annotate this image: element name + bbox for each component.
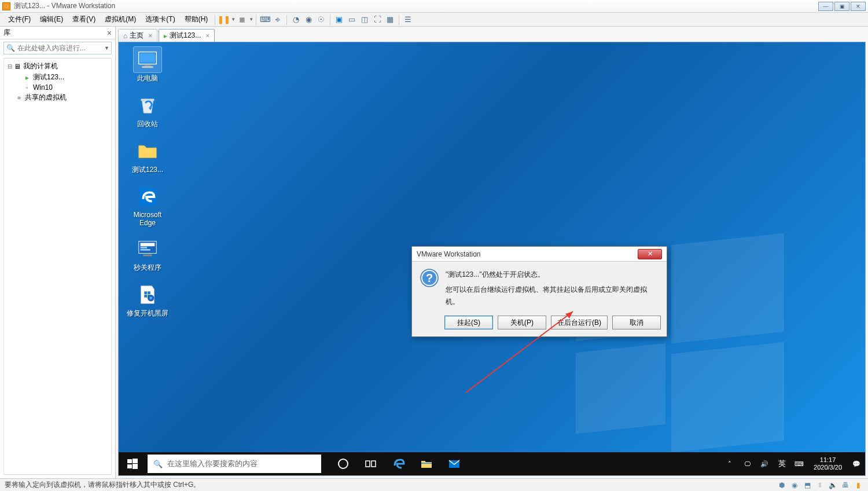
menu-file[interactable]: 文件(F) bbox=[3, 13, 35, 26]
taskbar-search[interactable]: 🔍 在这里输入你要搜索的内容 bbox=[148, 455, 321, 473]
notifications-icon[interactable]: 💬 bbox=[850, 452, 863, 475]
status-network-icon[interactable]: ⬒ bbox=[802, 481, 812, 489]
svg-rect-13 bbox=[148, 291, 150, 294]
desktop-recycle-bin[interactable]: 回收站 bbox=[126, 93, 170, 129]
svg-rect-23 bbox=[127, 459, 132, 463]
menu-help[interactable]: 帮助(H) bbox=[180, 13, 213, 26]
desktop-shutdown-tool[interactable]: 秒关程序 bbox=[126, 236, 170, 273]
desktop-fix-boot[interactable]: 修复开机黑屏 bbox=[126, 282, 170, 318]
status-message-icon[interactable]: ▮ bbox=[853, 481, 863, 489]
statusbar: 要将输入定向到该虚拟机，请将鼠标指针移入其中或按 Ctrl+G。 ⬢ ◉ ⬒ ⬍… bbox=[0, 478, 868, 491]
minimize-button[interactable]: — bbox=[818, 2, 833, 11]
snapshot-manager-icon[interactable]: ☉ bbox=[315, 14, 328, 25]
send-ctrl-alt-del-icon[interactable]: ⌨ bbox=[259, 14, 271, 25]
unity-icon[interactable]: ▭ bbox=[345, 14, 358, 25]
svg-rect-14 bbox=[144, 295, 147, 298]
library-close-icon[interactable]: × bbox=[107, 28, 112, 38]
task-view-icon[interactable] bbox=[358, 452, 384, 475]
desktop-folder[interactable]: 测试123... bbox=[126, 138, 170, 175]
status-disk-icon[interactable]: ⬢ bbox=[777, 481, 787, 489]
desktop-edge[interactable]: Microsoft Edge bbox=[126, 184, 170, 227]
tab-home[interactable]: ⌂ 主页 × bbox=[118, 29, 157, 42]
desktop-label: 此电脑 bbox=[126, 74, 170, 83]
vm-display[interactable]: 此电脑 回收站 测试123... Microsoft Edge 秒关程序 bbox=[118, 42, 866, 476]
edge-taskbar-icon[interactable] bbox=[386, 452, 411, 475]
tree-my-computer[interactable]: ⊟ 🖥 我的计算机 bbox=[5, 61, 110, 72]
revert-snapshot-icon[interactable]: ◉ bbox=[302, 14, 315, 25]
explorer-taskbar-icon[interactable] bbox=[414, 452, 439, 475]
status-text: 要将输入定向到该虚拟机，请将鼠标指针移入其中或按 Ctrl+G。 bbox=[5, 480, 200, 490]
mail-taskbar-icon[interactable] bbox=[442, 452, 467, 475]
power-dropdown-icon[interactable]: ◼ bbox=[236, 14, 248, 25]
tab-close-icon[interactable]: × bbox=[205, 32, 209, 40]
tree-shared-label: 共享的虚拟机 bbox=[25, 93, 67, 102]
menu-view[interactable]: 查看(V) bbox=[68, 13, 100, 26]
suspend-button[interactable]: 挂起(S) bbox=[444, 316, 493, 329]
status-usb-icon[interactable]: ⬍ bbox=[815, 481, 825, 489]
library-search-input[interactable] bbox=[17, 44, 104, 52]
tab-strip: ⌂ 主页 × ▸ 测试123... × bbox=[116, 27, 868, 42]
multimon-icon[interactable]: ▦ bbox=[384, 14, 396, 25]
tree-root-label: 我的计算机 bbox=[23, 61, 58, 71]
run-background-button[interactable]: 在后台运行(B) bbox=[551, 316, 608, 329]
tray-display-icon[interactable]: 🖵 bbox=[741, 452, 753, 475]
vmware-dialog: VMware Workstation ✕ ? "测试123..."仍然处于开启状… bbox=[411, 246, 667, 337]
cortana-icon[interactable] bbox=[330, 452, 356, 475]
status-cd-icon[interactable]: ◉ bbox=[789, 481, 800, 489]
tray-keyboard-icon[interactable]: ⌨ bbox=[793, 452, 806, 475]
suspend-icon[interactable]: ❚❚ bbox=[218, 14, 230, 25]
status-sound-icon[interactable]: 🔈 bbox=[827, 481, 838, 489]
console-view-icon[interactable]: ◫ bbox=[358, 14, 371, 25]
tab-vm[interactable]: ▸ 测试123... × bbox=[159, 29, 215, 42]
dialog-titlebar[interactable]: VMware Workstation ✕ bbox=[412, 247, 667, 262]
svg-rect-25 bbox=[127, 464, 132, 468]
start-button[interactable] bbox=[119, 452, 146, 475]
search-icon: 🔍 bbox=[153, 460, 163, 468]
tray-time: 11:17 bbox=[814, 456, 842, 464]
stretch-icon[interactable]: ⛶ bbox=[371, 14, 384, 25]
svg-rect-26 bbox=[133, 464, 138, 469]
power-dropdown[interactable]: ▼ bbox=[249, 17, 253, 22]
fullscreen-icon[interactable]: ▣ bbox=[333, 14, 345, 25]
menu-edit[interactable]: 编辑(E) bbox=[35, 13, 68, 26]
desktop-this-pc[interactable]: 此电脑 bbox=[126, 47, 170, 83]
vmware-app-icon: □ bbox=[2, 2, 10, 10]
tree-shared-vms[interactable]: ⚭ 共享的虚拟机 bbox=[5, 92, 110, 103]
svg-rect-24 bbox=[133, 459, 138, 463]
library-tree: ⊟ 🖥 我的计算机 ▸ 测试123... ▫ Win10 ⚭ 共享的虚拟机 bbox=[3, 58, 112, 475]
menu-vm[interactable]: 虚拟机(M) bbox=[100, 13, 141, 26]
status-printer-icon[interactable]: 🖶 bbox=[840, 481, 851, 489]
search-icon: 🔍 bbox=[6, 44, 15, 52]
tree-vm-item[interactable]: ▫ Win10 bbox=[5, 83, 110, 92]
search-dropdown-icon[interactable]: ▼ bbox=[104, 45, 109, 51]
library-toggle-icon[interactable]: ☰ bbox=[402, 14, 414, 25]
svg-rect-29 bbox=[372, 461, 376, 467]
poweroff-button[interactable]: 关机(P) bbox=[498, 316, 546, 329]
tray-ime-icon[interactable]: 英 bbox=[775, 452, 788, 475]
question-icon: ? bbox=[420, 269, 439, 287]
dialog-title: VMware Workstation bbox=[417, 250, 638, 258]
svg-rect-3 bbox=[142, 66, 153, 68]
svg-rect-1 bbox=[140, 53, 156, 63]
tree-collapse-icon[interactable]: ⊟ bbox=[6, 63, 13, 69]
suspend-dropdown[interactable]: ▼ bbox=[231, 17, 236, 22]
svg-text:?: ? bbox=[426, 272, 433, 284]
cancel-button[interactable]: 取消 bbox=[612, 316, 661, 329]
svg-rect-28 bbox=[366, 461, 370, 467]
tray-volume-icon[interactable]: 🔊 bbox=[758, 452, 771, 475]
tree-item-label: 测试123... bbox=[33, 72, 64, 82]
desktop-label: 秒关程序 bbox=[126, 263, 170, 273]
tray-date: 2020/3/20 bbox=[814, 464, 842, 471]
tray-clock[interactable]: 11:17 2020/3/20 bbox=[810, 456, 845, 471]
close-button[interactable]: ✕ bbox=[851, 2, 866, 11]
dialog-close-button[interactable]: ✕ bbox=[638, 249, 662, 259]
maximize-button[interactable]: ▣ bbox=[834, 2, 849, 11]
menu-tabs[interactable]: 选项卡(T) bbox=[141, 13, 179, 26]
grab-input-icon[interactable]: ⎆ bbox=[271, 14, 284, 25]
window-title: 测试123... - VMware Workstation bbox=[14, 1, 818, 11]
library-search[interactable]: 🔍 ▼ bbox=[3, 42, 112, 54]
tab-close-icon[interactable]: × bbox=[148, 32, 152, 40]
tree-vm-item[interactable]: ▸ 测试123... bbox=[5, 72, 110, 83]
tray-expand-icon[interactable]: ˄ bbox=[723, 452, 736, 475]
snapshot-icon[interactable]: ◔ bbox=[289, 14, 302, 25]
